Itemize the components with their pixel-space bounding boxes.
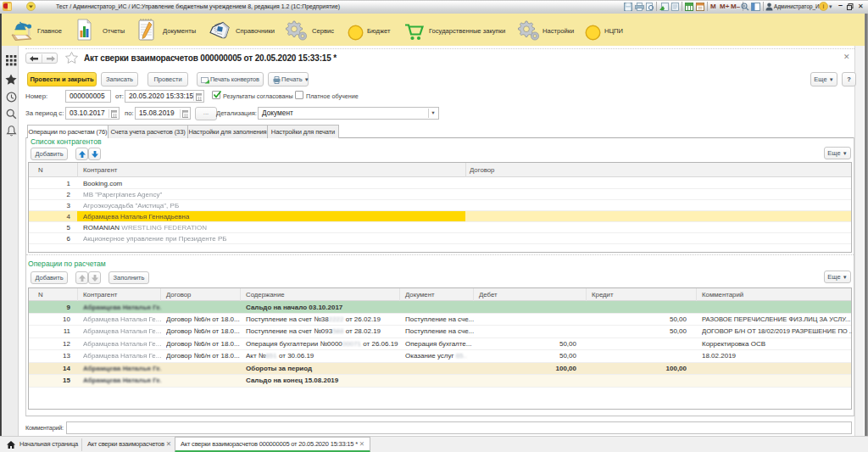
svg-text:i: i [823, 3, 825, 10]
